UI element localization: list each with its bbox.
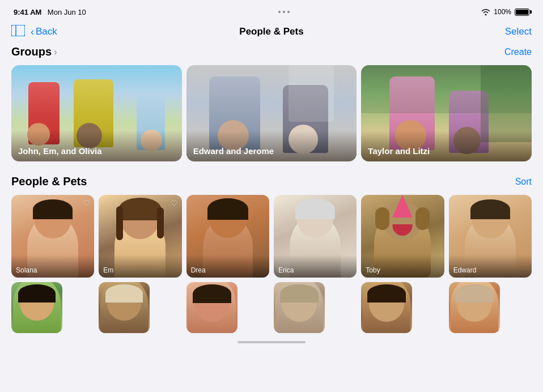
person-card-r2c6[interactable] bbox=[449, 282, 500, 333]
people-grid: ♡ Solana ♡ Em bbox=[11, 195, 532, 333]
scroll-indicator bbox=[11, 341, 532, 343]
dot-1 bbox=[278, 11, 281, 13]
edward-name: Edward bbox=[449, 255, 532, 278]
group-3-label: Taylor and Litzi bbox=[361, 130, 532, 161]
group-card-3[interactable]: Taylor and Litzi bbox=[361, 65, 532, 161]
sort-button[interactable]: Sort bbox=[515, 177, 532, 187]
person-card-drea[interactable]: Drea bbox=[186, 195, 269, 278]
wifi-icon bbox=[481, 8, 490, 15]
person-card-r2c5[interactable] bbox=[361, 282, 412, 333]
svg-rect-0 bbox=[11, 25, 25, 36]
em-favorite-icon: ♡ bbox=[171, 199, 178, 208]
person-card-edward[interactable]: Edward bbox=[449, 195, 532, 278]
people-section-header: People & Pets Sort bbox=[11, 175, 532, 188]
status-time-date: 9:41 AM Mon Jun 10 bbox=[14, 7, 86, 17]
r2c3-photo bbox=[186, 282, 237, 333]
person-card-em[interactable]: ♡ Em bbox=[99, 195, 181, 278]
person-card-erica[interactable]: Erica bbox=[274, 195, 357, 278]
groups-title-row: Groups › bbox=[11, 45, 57, 58]
r2c1-photo bbox=[11, 282, 62, 333]
back-button[interactable]: ‹ Back bbox=[31, 26, 57, 37]
create-button[interactable]: Create bbox=[504, 47, 532, 57]
status-bar: 9:41 AM Mon Jun 10 100% bbox=[0, 0, 543, 20]
r2c2-photo bbox=[99, 282, 150, 333]
em-name: Em bbox=[99, 255, 181, 278]
status-date: Mon Jun 10 bbox=[48, 8, 86, 16]
group-card-2[interactable]: Edward and Jerome bbox=[186, 65, 357, 161]
status-time: 9:41 AM bbox=[14, 8, 41, 16]
status-center-dots bbox=[278, 11, 290, 13]
r2c6-photo bbox=[449, 282, 500, 333]
group-card-1[interactable]: John, Em, and Olivia bbox=[11, 65, 182, 161]
groups-chevron-icon: › bbox=[54, 47, 57, 57]
person-card-solana[interactable]: ♡ Solana bbox=[11, 195, 94, 278]
person-card-toby[interactable]: Toby bbox=[361, 195, 444, 278]
erica-name: Erica bbox=[274, 255, 357, 278]
r2c4-photo bbox=[274, 282, 325, 333]
dot-3 bbox=[287, 11, 290, 13]
scroll-dot bbox=[237, 341, 306, 343]
drea-name: Drea bbox=[186, 255, 269, 278]
solana-name: Solana bbox=[11, 255, 94, 278]
content-area: Groups › Create John, Em, and Olivia bbox=[0, 45, 543, 343]
person-card-r2c2[interactable] bbox=[99, 282, 150, 333]
back-chevron-icon: ‹ bbox=[31, 27, 34, 37]
page-title: People & Pets bbox=[239, 26, 303, 37]
group-2-label: Edward and Jerome bbox=[186, 130, 357, 161]
device-frame: 9:41 AM Mon Jun 10 100% bbox=[0, 0, 543, 392]
groups-section-header: Groups › Create bbox=[11, 45, 532, 58]
battery-icon bbox=[515, 8, 529, 16]
select-button[interactable]: Select bbox=[505, 26, 532, 37]
person-card-r2c4[interactable] bbox=[274, 282, 325, 333]
sidebar-toggle-icon[interactable] bbox=[11, 25, 25, 39]
person-card-r2c3[interactable] bbox=[186, 282, 237, 333]
toby-name: Toby bbox=[361, 255, 444, 278]
back-label: Back bbox=[36, 26, 57, 37]
nav-left: ‹ Back bbox=[11, 25, 57, 39]
nav-bar: ‹ Back People & Pets Select bbox=[0, 20, 543, 45]
groups-grid: John, Em, and Olivia Edward and Jerome bbox=[11, 65, 532, 161]
battery-percent: 100% bbox=[494, 8, 511, 16]
groups-title: Groups bbox=[11, 45, 52, 58]
r2c5-photo bbox=[361, 282, 412, 333]
status-right: 100% bbox=[481, 8, 529, 16]
dot-2 bbox=[283, 11, 285, 13]
solana-favorite-icon: ♡ bbox=[83, 199, 90, 208]
person-card-r2c1[interactable] bbox=[11, 282, 62, 333]
people-title: People & Pets bbox=[11, 175, 87, 188]
battery-fill bbox=[516, 10, 528, 15]
group-1-label: John, Em, and Olivia bbox=[11, 130, 182, 161]
